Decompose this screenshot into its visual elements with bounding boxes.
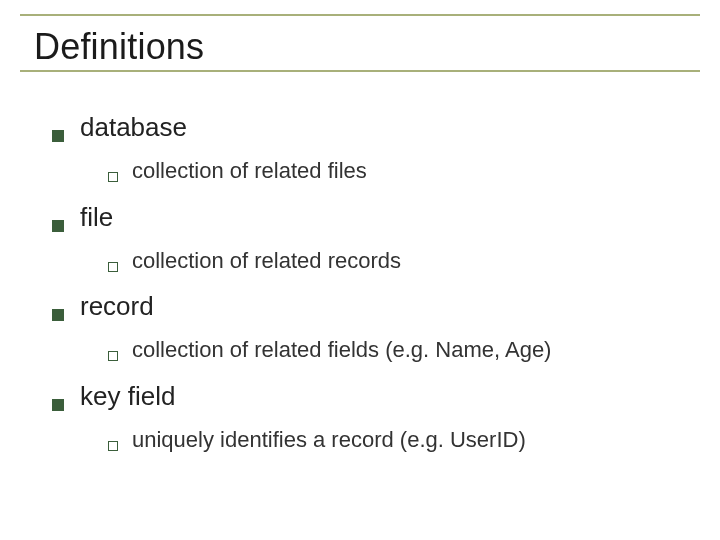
bullet-hollow-icon [108,262,118,272]
definition-text: uniquely identifies a record (e.g. UserI… [132,426,526,455]
term-row: database [52,112,692,143]
definitions-list: database collection of related files fil… [52,112,692,454]
term-label: file [80,202,113,233]
definition-text: collection of related files [132,157,367,186]
title-rule-top [20,14,700,16]
bullet-solid-icon [52,399,64,411]
term-row: record [52,291,692,322]
bullet-hollow-icon [108,172,118,182]
term-label: key field [80,381,175,412]
bullet-hollow-icon [108,351,118,361]
bullet-solid-icon [52,309,64,321]
term-row: key field [52,381,692,412]
bullet-solid-icon [52,220,64,232]
term-row: file [52,202,692,233]
definition-row: collection of related fields (e.g. Name,… [108,336,692,365]
bullet-solid-icon [52,130,64,142]
definition-row: uniquely identifies a record (e.g. UserI… [108,426,692,455]
bullet-hollow-icon [108,441,118,451]
term-label: database [80,112,187,143]
definition-text: collection of related records [132,247,401,276]
definition-row: collection of related files [108,157,692,186]
title-rule-bottom [20,70,700,72]
term-label: record [80,291,154,322]
slide-title: Definitions [34,26,692,68]
definition-text: collection of related fields (e.g. Name,… [132,336,551,365]
definition-row: collection of related records [108,247,692,276]
